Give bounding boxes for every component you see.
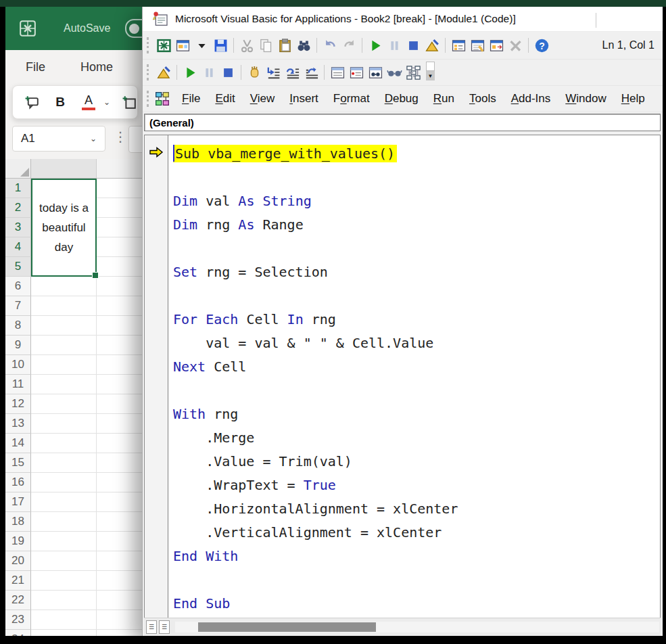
immediate-window-button[interactable]	[347, 63, 366, 82]
chevron-down-icon[interactable]: ⌄	[103, 97, 110, 107]
cell-a10[interactable]	[31, 355, 97, 375]
view-excel-button[interactable]	[154, 36, 173, 55]
code-line-1[interactable]: Sub vba_merge_with_values()	[173, 142, 660, 166]
row-header-13[interactable]: 13	[5, 414, 31, 434]
code-line-12[interactable]: With rng	[173, 402, 660, 426]
undo-button[interactable]	[320, 36, 339, 55]
step-out-button[interactable]	[302, 63, 320, 82]
row-header-23[interactable]: 23	[5, 610, 31, 630]
code-line-7[interactable]	[173, 284, 660, 308]
code-line-14[interactable]: .Value = Trim(val)	[173, 450, 660, 474]
full-module-view-button[interactable]: ☰	[159, 620, 170, 634]
code-line-8[interactable]: For Each Cell In rng	[173, 308, 660, 331]
row-header-4[interactable]: 4	[5, 237, 31, 257]
row-header-19[interactable]: 19	[5, 532, 31, 551]
select-all-corner[interactable]	[5, 159, 31, 179]
row-header-17[interactable]: 17	[5, 492, 31, 512]
merged-cell-a1-a5[interactable]: today is a beautiful day	[31, 179, 97, 277]
code-line-4[interactable]: Dim rng As Range	[173, 213, 660, 237]
cell-a12[interactable]	[31, 394, 97, 414]
cell-a9[interactable]	[31, 336, 97, 355]
ribbon-tab-file[interactable]: File	[26, 60, 45, 74]
row-header-7[interactable]: 7	[5, 296, 31, 316]
quick-watch-button[interactable]	[385, 63, 404, 82]
cell-a6[interactable]	[31, 277, 97, 296]
break-button[interactable]	[199, 63, 218, 82]
row-header-12[interactable]: 12	[5, 394, 31, 414]
row-header-22[interactable]: 22	[5, 591, 31, 610]
name-box[interactable]: A1 ⌄	[12, 126, 105, 152]
insert-cells-button[interactable]	[120, 93, 139, 112]
reset-button[interactable]	[218, 63, 237, 82]
cell-a20[interactable]	[31, 551, 97, 571]
object-browser-button[interactable]	[487, 36, 506, 55]
properties-window-button[interactable]	[468, 36, 487, 55]
break-button[interactable]	[385, 36, 404, 55]
toggle-breakpoint-button[interactable]	[245, 63, 264, 82]
row-header-11[interactable]: 11	[5, 375, 31, 394]
code-line-15[interactable]: .WrapText = True	[173, 474, 660, 497]
code-line-19[interactable]	[173, 568, 660, 592]
menu-format[interactable]: Format	[326, 92, 377, 106]
code-line-3[interactable]: Dim val As String	[173, 189, 660, 213]
code-line-2[interactable]	[173, 166, 660, 189]
redo-button[interactable]	[339, 36, 358, 55]
cell-a24[interactable]	[31, 630, 97, 636]
find-button[interactable]	[294, 36, 313, 55]
cell-a7[interactable]	[31, 296, 97, 316]
toolbar-grip[interactable]	[147, 64, 149, 80]
more-options-icon[interactable]: ⋮	[114, 129, 127, 145]
code-line-10[interactable]: Next Cell	[173, 355, 660, 379]
menu-edit[interactable]: Edit	[208, 92, 242, 106]
row-header-3[interactable]: 3	[5, 218, 31, 237]
code-line-16[interactable]: .HorizontalAlignment = xlCenter	[173, 497, 660, 521]
cell-a18[interactable]	[31, 512, 97, 532]
row-header-14[interactable]: 14	[5, 434, 31, 453]
cell-a17[interactable]	[31, 492, 97, 512]
cell-a22[interactable]	[31, 591, 97, 610]
row-header-5[interactable]: 5	[5, 257, 31, 277]
code-line-5[interactable]	[173, 237, 660, 260]
cell-a11[interactable]	[31, 375, 97, 394]
save-button[interactable]	[211, 36, 230, 55]
row-header-2[interactable]: 2	[5, 198, 31, 218]
dropdown-arrow-button[interactable]	[192, 36, 211, 55]
code-line-20[interactable]: End Sub	[173, 592, 660, 616]
menu-file[interactable]: File	[174, 92, 208, 106]
procedure-dropdown[interactable]: (General)	[144, 114, 661, 131]
font-color-button[interactable]: A	[79, 93, 98, 112]
bold-button[interactable]: B	[51, 93, 70, 112]
menu-addins[interactable]: Add-Ins	[504, 92, 558, 106]
watch-window-button[interactable]	[366, 63, 385, 82]
cell-a16[interactable]	[31, 473, 97, 492]
row-header-1[interactable]: 1	[5, 179, 31, 198]
code-line-6[interactable]: Set rng = Selection	[173, 260, 660, 284]
reset-button[interactable]	[404, 36, 423, 55]
step-into-button[interactable]	[264, 63, 283, 82]
locals-window-button[interactable]	[328, 63, 347, 82]
row-header-24[interactable]: 24	[5, 630, 31, 636]
code-line-17[interactable]: .VerticalAlignment = xlCenter	[173, 521, 660, 545]
scrollbar-track[interactable]	[175, 622, 659, 632]
cell-a19[interactable]	[31, 532, 97, 551]
help-button[interactable]: ?	[532, 36, 551, 55]
cell-a14[interactable]	[31, 434, 97, 453]
insert-userform-button[interactable]	[173, 36, 192, 55]
margin-indicator-bar[interactable]	[145, 135, 168, 618]
menu-view[interactable]: View	[243, 92, 283, 106]
menu-tools[interactable]: Tools	[462, 92, 504, 106]
cut-button[interactable]	[237, 36, 256, 55]
column-header-a[interactable]	[31, 159, 97, 179]
cell-a21[interactable]	[31, 571, 97, 591]
design-mode-button[interactable]	[423, 36, 442, 55]
row-header-18[interactable]: 18	[5, 512, 31, 532]
design-mode-button[interactable]	[154, 63, 173, 82]
new-comment-button[interactable]	[22, 93, 41, 112]
row-header-6[interactable]: 6	[5, 277, 31, 296]
row-header-10[interactable]: 10	[5, 355, 31, 375]
toolbar-grip[interactable]	[147, 91, 149, 107]
menu-window[interactable]: Window	[558, 92, 613, 106]
ribbon-tab-home[interactable]: Home	[80, 60, 113, 74]
cell-a23[interactable]	[31, 610, 97, 630]
cell-a13[interactable]	[31, 414, 97, 434]
